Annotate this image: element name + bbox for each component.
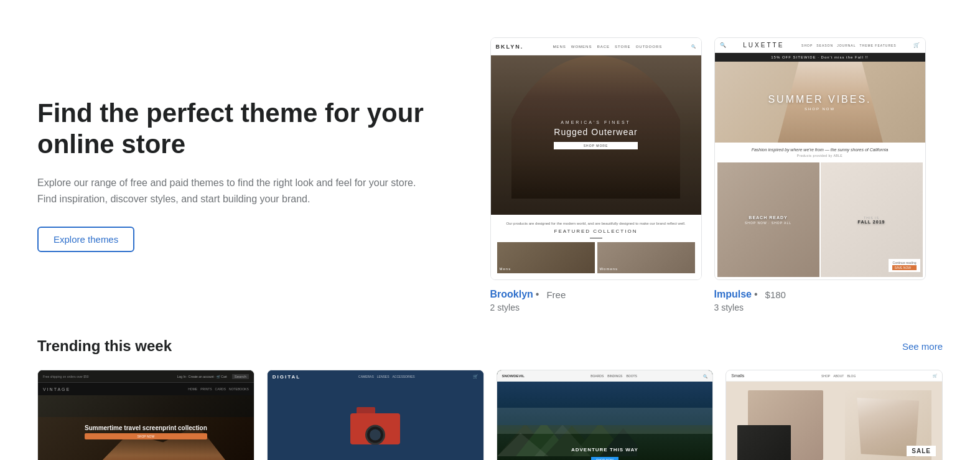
brooklyn-content: Our products are designed for the modern… [491, 215, 701, 279]
impulse-search-icon: 🔍 [720, 42, 726, 48]
impulse-name-link[interactable]: Impulse [714, 289, 752, 300]
impulse-cart-icon: 🛒 [913, 42, 920, 48]
snowdevil-navbar: SNOWDEVIL BOARDS BINDINGS BOOTS 🔍 [497, 370, 713, 382]
smalls-sale-badge: SALE [907, 446, 936, 456]
impulse-fall-badge: Continue reading SAVE NOW [889, 259, 920, 272]
impulse-preview-image: 🔍 LUXETTE SHOP SEASON JOURNAL THEME FEAT… [714, 37, 926, 280]
trending-header: Trending this week See more [37, 337, 943, 355]
digital-card[interactable]: DIGITAL CAMERAS LENSES ACCESSORIES 🛒 [267, 370, 484, 460]
trending-grid: Free shipping on orders over $50 Log In … [37, 370, 943, 460]
impulse-name-row: Impulse • $180 [714, 289, 926, 300]
vintage-card[interactable]: Free shipping on orders over $50 Log In … [37, 370, 254, 460]
impulse-nav-links: SHOP SEASON JOURNAL THEME FEATURES [801, 44, 897, 47]
brooklyn-info: Brooklyn • Free 2 styles [490, 289, 702, 312]
hero-section: Find the perfect theme for your online s… [0, 0, 980, 337]
vintage-nav-items: HOME PRINTS CARDS NOTEBOOKS [188, 387, 249, 391]
impulse-banner: 15% OFF SITEWIDE · Don't miss the Fall !… [715, 53, 925, 62]
brooklyn-grid: Mens Womens [497, 242, 695, 273]
vintage-right-nav: Log In · Create an account · 🛒 Cart Sear… [177, 374, 249, 379]
vintage-nav-home: HOME [188, 387, 197, 391]
vintage-navbar: Free shipping on orders over $50 Log In … [38, 370, 254, 383]
snowdevil-nav-items: BOARDS BINDINGS BOOTS [590, 374, 637, 378]
explore-themes-button[interactable]: Explore themes [37, 227, 134, 252]
smalls-cart-icon: 🛒 [933, 373, 937, 378]
digital-nav-lenses: LENSES [377, 375, 390, 378]
vintage-hero-content: Summertime travel screenprint collection… [85, 425, 207, 439]
camera-shape [350, 407, 400, 444]
vintage-promo-text: Free shipping on orders over $50 [43, 375, 89, 378]
snowdevil-hero: ADVENTURE THIS WAY SHOP NOW [497, 382, 713, 460]
brooklyn-hero-title: Rugged Outerwear [554, 127, 637, 137]
brooklyn-hero-subtitle: AMERICA'S FINEST [554, 120, 637, 124]
smalls-nav-item2: ABOUT [833, 374, 844, 378]
vintage-nav-logo: VINTAGE [43, 387, 70, 392]
impulse-navbar: 🔍 LUXETTE SHOP SEASON JOURNAL THEME FEAT… [715, 38, 925, 53]
impulse-price: $180 [765, 289, 786, 300]
vintage-nav-notebooks: NOTEBOOKS [229, 387, 249, 391]
impulse-info: Impulse • $180 3 styles [714, 289, 926, 312]
brooklyn-search-icon: 🔍 [691, 44, 696, 49]
impulse-styles: 3 styles [714, 303, 926, 312]
smalls-navbar: Smalls SHOP ABOUT BLOG 🛒 [726, 370, 942, 382]
smalls-hero: SALE [726, 382, 942, 460]
brooklyn-featured-title: Featured Collection [497, 228, 695, 234]
hero-title: Find the perfect theme for your online s… [37, 98, 436, 161]
brooklyn-nav-items: MENS WOMENS RACE STORE OUTDOORS [553, 45, 662, 49]
see-more-link[interactable]: See more [902, 341, 943, 352]
brooklyn-nav-logo: BKLYN. [496, 44, 524, 50]
brooklyn-theme-card: BKLYN. MENS WOMENS RACE STORE OUTDOORS 🔍 [490, 37, 702, 312]
brooklyn-nav-item: OUTDOORS [636, 45, 663, 49]
smalls-nav-items: SHOP ABOUT BLOG [821, 374, 856, 378]
brooklyn-nav-item: MENS [553, 45, 566, 49]
impulse-hero-title: SUMMER VIBES. [768, 94, 871, 105]
vintage-search-field: Search [232, 374, 249, 379]
impulse-hero-sub: SHOP NOW [768, 107, 871, 111]
snowdevil-shop-btn: SHOP NOW [591, 457, 618, 460]
digital-nav-cameras: CAMERAS [358, 375, 374, 378]
snowdevil-mist [497, 408, 713, 434]
camera-body [350, 413, 400, 444]
digital-cart-icon: 🛒 [473, 374, 478, 379]
digital-nav-items: CAMERAS LENSES ACCESSORIES [358, 375, 415, 378]
brooklyn-shop-btn: SHOP MORE [554, 142, 637, 149]
brooklyn-nav-item: STORE [615, 45, 631, 49]
impulse-save-btn: SAVE NOW [892, 265, 916, 270]
impulse-nav-shop: SHOP [801, 44, 813, 47]
brooklyn-featured-line [590, 238, 602, 238]
smalls-nav-logo: Smalls [731, 373, 744, 378]
brooklyn-grid-womens: Womens [597, 242, 695, 273]
brooklyn-grid-mens: Mens [497, 242, 595, 273]
snowdevil-hero-title: ADVENTURE THIS WAY [571, 447, 638, 453]
snowdevil-search-icon: 🔍 [703, 374, 707, 378]
snowdevil-card[interactable]: SNOWDEVIL BOARDS BINDINGS BOOTS 🔍 [497, 370, 714, 460]
trending-section: Trending this week See more Free shippin… [0, 337, 980, 460]
impulse-preview: 🔍 LUXETTE SHOP SEASON JOURNAL THEME FEAT… [715, 38, 925, 279]
main-container: Find the perfect theme for your online s… [0, 0, 980, 460]
brooklyn-styles: 2 styles [490, 303, 702, 312]
vintage-hero-title: Summertime travel screenprint collection [85, 425, 207, 431]
vintage-nav-cards: CARDS [215, 387, 226, 391]
smalls-product-2 [737, 425, 791, 460]
smalls-card[interactable]: Smalls SHOP ABOUT BLOG 🛒 [726, 370, 943, 460]
brooklyn-mens-label: Mens [500, 267, 511, 271]
snowdevil-nav-boards: BOARDS [590, 374, 604, 378]
snowdevil-cta: ADVENTURE THIS WAY SHOP NOW [571, 447, 638, 460]
brooklyn-preview-image: BKLYN. MENS WOMENS RACE STORE OUTDOORS 🔍 [490, 37, 702, 280]
digital-navbar: DIGITAL CAMERAS LENSES ACCESSORIES 🛒 [268, 370, 483, 383]
impulse-dot: • [754, 289, 758, 300]
brooklyn-desc-text: Our products are designed for the modern… [497, 221, 695, 226]
brooklyn-nav-item: WOMENS [571, 45, 592, 49]
hero-right: BKLYN. MENS WOMENS RACE STORE OUTDOORS 🔍 [473, 37, 943, 312]
vintage-hero: Summertime travel screenprint collection… [38, 395, 254, 460]
brooklyn-name-link[interactable]: Brooklyn [490, 289, 533, 300]
snowdevil-nav-logo: SNOWDEVIL [502, 374, 525, 378]
snowdevil-nav-bindings: BINDINGS [607, 374, 622, 378]
impulse-mid-title: Fashion inspired by where we're from — t… [721, 148, 919, 152]
impulse-mid-sub: Products provided by ABLE [721, 154, 919, 157]
brooklyn-nav-item: RACE [597, 45, 610, 49]
impulse-continue-text: Continue reading [892, 261, 916, 265]
brooklyn-womens-label: Womens [600, 267, 618, 271]
impulse-hero-text: SUMMER VIBES. SHOP NOW [768, 94, 871, 111]
trending-title: Trending this week [37, 337, 172, 355]
snowdevil-nav-boots: BOOTS [626, 374, 637, 378]
